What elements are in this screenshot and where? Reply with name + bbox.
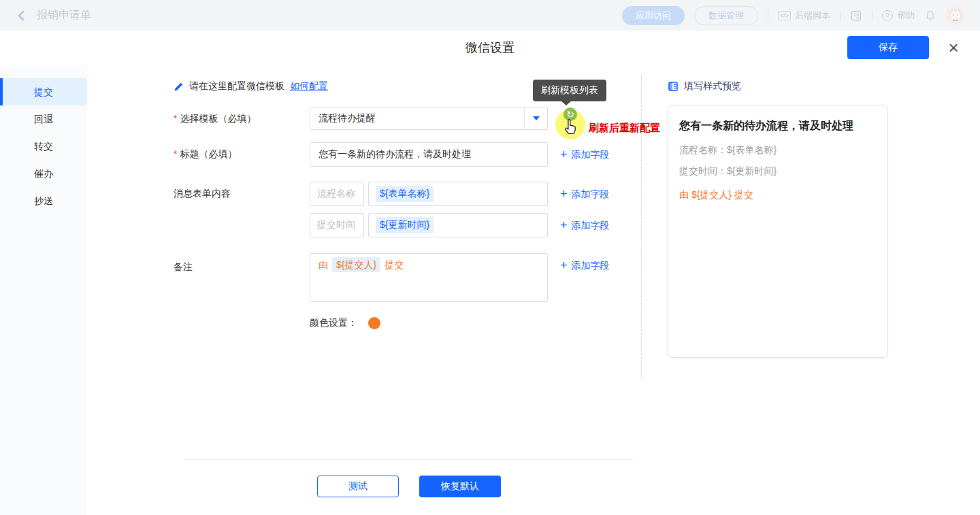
backend-script-label: 后端脚本 [795, 10, 830, 22]
refresh-tooltip: 刷新模板列表 [533, 80, 606, 101]
test-button[interactable]: 测试 [317, 476, 399, 497]
content-label: 消息表单内容 [174, 182, 310, 205]
title-label: *标题（必填） [174, 142, 310, 165]
save-button[interactable]: 保存 [847, 36, 929, 59]
required-mark: * [174, 148, 177, 159]
remark-label: 备注 [174, 253, 310, 273]
content-sub-row: 流程名称 ${表单名称} + 添加字段 [310, 182, 610, 206]
template-select-value: 流程待办提醒 [310, 112, 524, 124]
required-mark: * [174, 113, 177, 124]
title-input[interactable]: 您有一条新的待办流程，请及时处理 [310, 142, 548, 167]
title-row: *标题（必填） 您有一条新的待办流程，请及时处理 + 添加字段 [174, 142, 641, 167]
preview-panel: 填写样式预览 您有一条新的待办流程，请及时处理 流程名称：${表单名称} 提交时… [642, 65, 980, 358]
remark-input[interactable]: 由${提交人}提交 [310, 253, 548, 302]
content-value-input[interactable]: ${更新时间} [368, 213, 548, 237]
topbar-separator [768, 10, 768, 21]
app-access-button[interactable]: 应用访问 [622, 6, 685, 25]
preview-card: 您有一条新的待办流程，请及时处理 流程名称：${表单名称} 提交时间：${更新时… [668, 105, 888, 358]
add-field-button[interactable]: + 添加字段 [560, 213, 610, 237]
template-select[interactable]: 流程待办提醒 [310, 107, 548, 130]
topbar-separator [840, 10, 840, 21]
preview-header: 填写样式预览 [668, 80, 980, 93]
back-button[interactable]: 报销申请单 [15, 8, 91, 22]
how-to-config-link[interactable]: 如何配置 [290, 80, 328, 93]
help-icon: ? [882, 10, 893, 21]
help-label: 帮助 [897, 10, 915, 22]
bell-icon [924, 10, 936, 22]
add-field-label: 添加字段 [572, 142, 610, 167]
preview-line: 流程名称：${表单名称} [679, 144, 877, 156]
content-row: 消息表单内容 流程名称 ${表单名称} + 添加字段 提交时间 ${更新时间} [174, 182, 641, 237]
template-label: *选择模板（必填） [174, 107, 310, 130]
footer-buttons: 测试 恢复默认 [317, 476, 501, 497]
field-token-chip[interactable]: ${表单名称} [376, 186, 434, 202]
remark-prefix: 由 [318, 259, 328, 270]
help-button[interactable]: ? 帮助 [882, 10, 915, 22]
sidebar-item-return[interactable]: 回退 [0, 105, 87, 133]
content-sub-row: 提交时间 ${更新时间} + 添加字段 [310, 213, 610, 237]
contacts-button[interactable] [850, 10, 862, 22]
modal-title: 微信设置 [466, 39, 514, 56]
cursor-hand-icon [562, 118, 580, 135]
add-field-button[interactable]: + 添加字段 [560, 182, 610, 206]
add-field-label: 添加字段 [572, 253, 610, 278]
add-field-button[interactable]: + 添加字段 [560, 253, 610, 278]
modal-header: 微信设置 保存 × [0, 31, 980, 65]
color-row: 颜色设置： [310, 317, 641, 329]
preview-doc-icon [668, 81, 679, 92]
remark-row: 备注 由${提交人}提交 + 添加字段 [174, 253, 641, 302]
preview-footer: 由 ${提交人} 提交 [679, 189, 877, 201]
remark-suffix: 提交 [385, 259, 404, 270]
pencil-icon [174, 82, 184, 92]
content-key-input[interactable]: 提交时间 [310, 213, 364, 237]
avatar-cat-icon [947, 7, 964, 24]
close-icon[interactable]: × [942, 36, 965, 59]
color-swatch[interactable] [368, 317, 380, 329]
sidebar-item-submit[interactable]: 提交 [0, 78, 87, 105]
back-chevron-icon [15, 10, 27, 22]
color-label: 颜色设置： [310, 317, 357, 329]
preview-title: 您有一条新的待办流程，请及时处理 [679, 119, 877, 133]
add-field-label: 添加字段 [572, 213, 610, 237]
sidebar: 提交 回退 转交 催办 抄送 [0, 65, 87, 515]
topbar: 报销申请单 应用访问 数据管理 </> 后端脚本 ? 帮助 [0, 0, 980, 31]
topbar-separator [872, 10, 872, 21]
add-field-label: 添加字段 [572, 182, 610, 206]
data-manage-button[interactable]: 数据管理 [694, 6, 758, 25]
preview-header-label: 填写样式预览 [684, 80, 741, 93]
footer-divider [184, 459, 633, 460]
plus-icon: + [560, 259, 568, 271]
wechat-template-form: 请在这里配置微信模板 如何配置 *选择模板（必填） 流程待办提醒 *标题（必填）… [87, 65, 641, 515]
code-icon: </> [778, 11, 791, 20]
reset-default-button[interactable]: 恢复默认 [419, 476, 501, 497]
content-value-input[interactable]: ${表单名称} [368, 182, 548, 206]
preview-line: 提交时间：${更新时间} [679, 165, 877, 178]
sidebar-item-cc[interactable]: 抄送 [0, 187, 87, 214]
field-token-chip[interactable]: ${更新时间} [376, 217, 434, 233]
plus-icon: + [560, 148, 568, 161]
form-name: 报销申请单 [37, 8, 91, 22]
plus-icon: + [560, 188, 568, 200]
user-avatar[interactable] [946, 6, 965, 25]
sidebar-item-urge[interactable]: 催办 [0, 160, 87, 187]
add-field-button[interactable]: + 添加字段 [560, 142, 610, 167]
plus-icon: + [560, 219, 568, 231]
config-hint-text: 请在这里配置微信模板 [189, 80, 284, 93]
contacts-icon [850, 10, 862, 22]
field-token-chip[interactable]: ${提交人} [332, 257, 380, 272]
chevron-down-icon [524, 107, 547, 129]
content-key-input[interactable]: 流程名称 [310, 182, 364, 206]
modal-body: 提交 回退 转交 催办 抄送 请在这里配置微信模板 如何配置 *选择模板（必填）… [0, 65, 980, 515]
sidebar-item-transfer[interactable]: 转交 [0, 133, 87, 160]
notifications-button[interactable] [924, 10, 936, 22]
backend-script-button[interactable]: </> 后端脚本 [778, 10, 830, 22]
annotation-text: 刷新后重新配置 [589, 122, 660, 135]
